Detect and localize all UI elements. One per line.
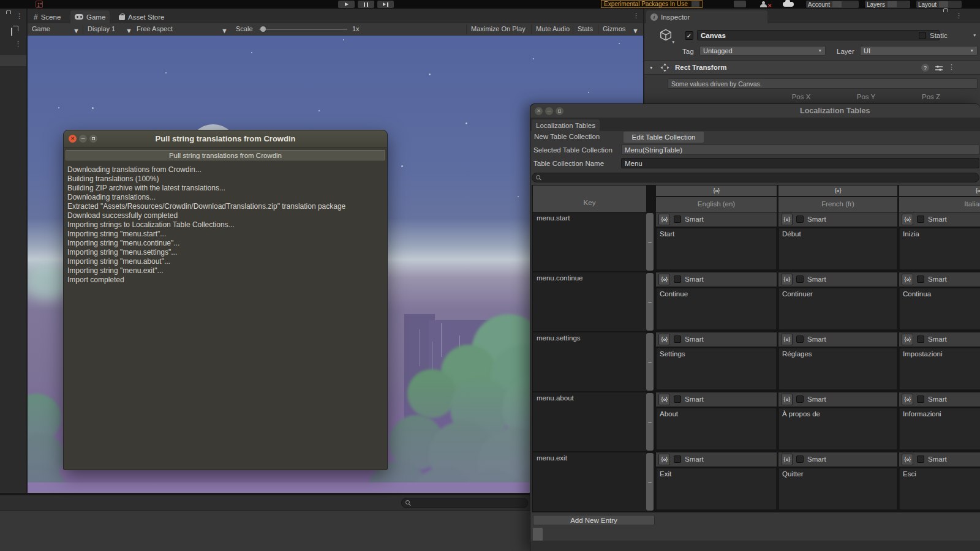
metadata-icon-button[interactable]: {} [658, 394, 670, 405]
layer-dropdown[interactable]: UI▼ [860, 46, 978, 56]
metadata-icon-button[interactable]: {} [781, 274, 793, 285]
account-dropdown[interactable]: Account [806, 1, 859, 8]
tag-dropdown[interactable]: Untagged▼ [699, 46, 826, 56]
rect-transform-header[interactable]: ▼ Rect Transform ? ⋮ [644, 60, 980, 75]
translation-field[interactable]: Informazioni [899, 408, 980, 450]
smart-checkbox[interactable] [796, 395, 804, 403]
smart-checkbox[interactable] [917, 455, 924, 463]
scale-slider-track[interactable] [259, 29, 347, 30]
smart-checkbox[interactable] [674, 335, 681, 343]
language-column-header[interactable]: Italian (it) [899, 197, 980, 212]
object-picker-caret[interactable]: ▼ [671, 40, 675, 45]
help-icon[interactable]: ? [921, 64, 929, 72]
layers-dropdown[interactable]: Layers [865, 1, 910, 8]
metadata-icon-button[interactable]: {} [902, 274, 913, 285]
panel-menu-icon-2[interactable]: ⋮ [15, 40, 21, 47]
inspector-menu-icon[interactable]: ⋮ [956, 12, 962, 19]
add-new-entry-button[interactable]: Add New Entry [533, 515, 655, 525]
pull-translations-button[interactable]: Pull string translations from Crowdin [66, 150, 385, 160]
close-button[interactable]: ✕ [535, 107, 543, 115]
tab-scene[interactable]: # Scene [29, 10, 65, 23]
translation-field[interactable]: Quitter [778, 468, 897, 510]
restore-window-icon[interactable] [11, 28, 12, 36]
crowdin-titlebar[interactable]: ✕ ─ Pull string translations from Crowdi… [64, 130, 387, 148]
locwin-titlebar[interactable]: ✕ ─ Localization Tables [530, 104, 980, 118]
version-control-icon[interactable] [36, 1, 43, 8]
smart-checkbox[interactable] [674, 395, 681, 403]
translation-field[interactable]: Impostazioni [899, 348, 980, 390]
remove-entry-button[interactable]: − [646, 213, 654, 271]
metadata-icon-button[interactable]: {} [902, 214, 913, 225]
table-key-cell[interactable]: menu.about [533, 392, 646, 451]
column-settings-bar[interactable]: {} [899, 186, 980, 196]
translation-field[interactable]: Continua [899, 288, 980, 330]
remove-entry-button[interactable]: − [646, 453, 654, 511]
translation-field[interactable]: À propos de [778, 408, 897, 450]
table-key-cell[interactable]: menu.start [533, 212, 646, 271]
layout-dropdown[interactable]: Layout [916, 1, 962, 8]
edit-table-collection-button[interactable]: Edit Table Collection [624, 132, 704, 143]
static-checkbox[interactable] [919, 32, 926, 39]
warning-menu-button[interactable] [692, 1, 699, 7]
collapsed-panel-row[interactable] [0, 55, 26, 66]
static-caret[interactable]: ▼ [973, 34, 976, 38]
remove-entry-button[interactable]: − [646, 273, 654, 331]
translation-field[interactable]: Inizia [899, 228, 980, 270]
play-button[interactable] [338, 1, 355, 8]
language-column-header[interactable]: English (en) [656, 197, 777, 212]
translation-field[interactable]: Réglages [778, 348, 897, 390]
stats-button[interactable]: Stats [578, 25, 593, 32]
translation-field[interactable]: Continuer [778, 288, 897, 330]
metadata-icon-button[interactable]: {} [781, 394, 793, 405]
smart-checkbox[interactable] [917, 335, 924, 343]
smart-checkbox[interactable] [917, 216, 924, 223]
smart-checkbox[interactable] [796, 455, 804, 463]
smart-checkbox[interactable] [917, 395, 924, 403]
step-button[interactable] [377, 1, 394, 8]
translation-field[interactable]: Continue [656, 288, 777, 330]
close-button[interactable]: ✕ [69, 135, 77, 143]
metadata-icon-button[interactable]: {} [658, 334, 670, 345]
minimize-button[interactable]: ─ [545, 107, 553, 115]
table-key-cell[interactable]: menu.continue [533, 272, 646, 331]
tab-game[interactable]: Game [70, 10, 110, 23]
game-pane-menu-icon[interactable]: ⋮ [633, 12, 639, 19]
maximize-button[interactable] [89, 135, 97, 143]
smart-checkbox[interactable] [674, 276, 681, 283]
metadata-icon-button[interactable]: {} [658, 214, 670, 225]
metadata-icon-button[interactable]: {} [658, 274, 670, 285]
pause-button[interactable] [358, 1, 374, 8]
tab-localization-tables[interactable]: Localization Tables [532, 119, 600, 131]
remove-entry-button[interactable]: − [646, 333, 654, 391]
metadata-icon-button[interactable]: {} [781, 334, 793, 345]
smart-checkbox[interactable] [674, 216, 681, 223]
toolbar-button[interactable] [734, 1, 746, 7]
cloud-icon[interactable] [783, 2, 794, 7]
smart-checkbox[interactable] [674, 455, 681, 463]
display-target-dropdown[interactable]: Game [32, 25, 50, 32]
collab-icon[interactable]: ✕ [760, 1, 772, 8]
component-menu-icon[interactable]: ⋮ [948, 64, 955, 70]
object-name-field[interactable]: Canvas [697, 30, 940, 40]
metadata-icon-button[interactable]: {} [658, 454, 670, 465]
table-key-cell[interactable]: menu.exit [533, 452, 646, 511]
active-checkbox[interactable]: ✓ [685, 31, 693, 40]
smart-checkbox[interactable] [796, 335, 804, 343]
smart-checkbox[interactable] [796, 216, 804, 223]
metadata-icon-button[interactable]: {} [902, 334, 913, 345]
maximize-button[interactable] [556, 107, 564, 115]
mute-audio-button[interactable]: Mute Audio [536, 25, 570, 32]
translation-field[interactable]: Esci [899, 468, 980, 510]
presets-icon[interactable] [935, 65, 943, 73]
table-search-input[interactable] [532, 173, 979, 182]
language-column-header[interactable]: French (fr) [778, 197, 897, 212]
maximize-on-play-button[interactable]: Maximize On Play [471, 25, 526, 32]
key-column-header[interactable]: Key [533, 186, 646, 212]
smart-checkbox[interactable] [796, 276, 804, 283]
translation-field[interactable]: Start [656, 228, 777, 270]
collection-name-input[interactable]: Menu [621, 158, 979, 168]
panel-menu-icon[interactable]: ⋮ [16, 13, 23, 20]
column-settings-bar[interactable]: {} [656, 186, 777, 196]
metadata-icon-button[interactable]: {} [902, 454, 913, 465]
new-table-collection-button[interactable]: New Table Collection [534, 133, 600, 140]
